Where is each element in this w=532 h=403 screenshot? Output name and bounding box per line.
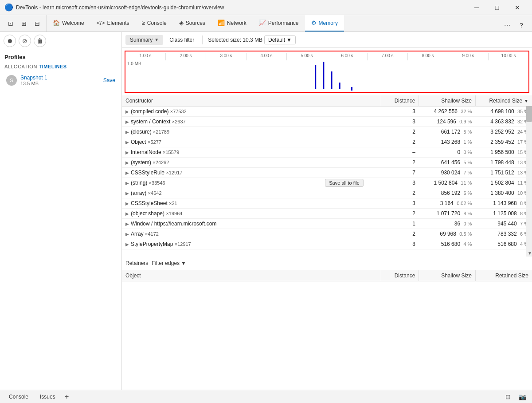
ruler-tick-10: 10.00 s [488,53,528,60]
shallow-cell: 641 456 5 % [419,158,476,168]
tab-welcome[interactable]: 🏠 Welcome [47,15,90,32]
record-button[interactable]: ⏺ [4,35,16,47]
filter-edges-button[interactable]: Filter edges ▼ [152,260,186,266]
sidebar: ⏺ ⊘ 🗑 Profiles ALLOCATION TIMELINES S Sn… [0,32,122,390]
scroll-down-icon[interactable]: ▼ [528,251,532,257]
shallow-cell: 3 164 0.02 % [419,198,476,209]
title-bar: 🔵 DevTools - learn.microsoft.com/en-us/m… [0,0,532,15]
split-pane-icon[interactable]: ⊟ [31,17,43,30]
distance-cell: – [381,147,419,158]
svg-rect-4 [351,87,352,91]
constructor-name: (array) [131,190,146,196]
tab-performance[interactable]: 📈 Performance [253,15,305,32]
retainers-toolbar: Retainers Filter edges ▼ [122,257,532,270]
expand-arrow-icon: ▶ [125,119,129,124]
retained-cell: 1 956 500 15 % [475,147,532,158]
table-row[interactable]: ▶CSSStyleSheet ×2133 164 0.02 %1 143 968… [122,198,532,209]
rth-distance[interactable]: Distance [381,270,419,281]
table-row[interactable]: ▶(object shape) ×1996421 071 720 8 %1 12… [122,209,532,219]
svg-rect-1 [323,62,324,89]
summary-tab[interactable]: Summary ▼ [125,35,163,45]
ruler-tick-4: 4.00 s [246,53,286,60]
th-constructor[interactable]: Constructor [122,95,381,107]
distance-cell: 1 [381,219,419,229]
th-shallow-size[interactable]: Shallow Size [419,95,476,107]
distance-cell: 8 [381,239,419,249]
table-row[interactable]: ▶(string) ×33546 Save all to file31 502 … [122,178,532,188]
tab-sources[interactable]: ◈ Sources [173,15,211,32]
close-button[interactable]: ✕ [507,0,528,15]
issues-tab[interactable]: Issues [35,392,61,402]
snapshot-size: 13.5 MB [20,81,103,86]
table-row[interactable]: ▶StylePropertyMap ×129178516 680 4 %516 … [122,239,532,249]
table-row[interactable]: ▶(compiled code) ×7753234 262 556 32 %4 … [122,107,532,117]
table-row[interactable]: ▶system / Context ×26373124 596 0.9 %4 3… [122,117,532,127]
tab-console[interactable]: ≥ Console [136,15,173,32]
table-row[interactable]: ▶(closure) ×217892661 172 5 %3 252 952 2… [122,127,532,137]
more-options-button[interactable]: ⋯ [501,19,513,32]
count-label: ×19964 [166,211,182,216]
summary-label: Summary [130,37,153,43]
data-table-container: Constructor Distance Shallow Size Retain… [122,95,532,257]
svg-rect-2 [331,71,332,89]
help-button[interactable]: ? [515,19,528,32]
device-emulation-icon[interactable]: ⊞ [18,17,30,30]
table-row[interactable]: ▶Window / https://learn.microsoft.com136… [122,219,532,229]
shallow-pct: 5 % [463,129,472,134]
shallow-pct: 11 % [461,180,472,186]
constructor-name: Array [131,231,144,237]
detach-button[interactable]: ⊡ [502,391,514,403]
clear-button[interactable]: 🗑 [34,35,46,47]
tab-memory[interactable]: ⚙ Memory [305,15,344,32]
tab-network[interactable]: 📶 Network [211,15,253,32]
timeline-chart [125,60,528,92]
screenshot-button[interactable]: 📷 [516,391,528,403]
shallow-pct: 0.5 % [459,231,472,237]
inspect-icon[interactable]: ⊡ [4,17,17,30]
constructor-name: CSSStyleSheet [131,200,168,206]
expand-arrow-icon: ▶ [125,211,129,216]
ruler-tick-2: 2.00 s [165,53,206,60]
shallow-pct: 1 % [463,139,472,145]
shallow-cell: 516 680 4 % [419,239,476,249]
rth-shallow[interactable]: Shallow Size [419,270,476,281]
snapshot-item[interactable]: S Snapshot 1 13.5 MB Save [2,72,120,89]
add-panel-button[interactable]: + [62,391,72,402]
shallow-pct: 5 % [463,160,472,165]
rth-object[interactable]: Object [122,270,381,281]
minimize-button[interactable]: ─ [466,0,487,15]
stop-button[interactable]: ⊘ [19,35,31,47]
th-retained-size[interactable]: Retained Size▼ [475,95,532,107]
constructor-name: Window / https://learn.microsoft.com [131,221,216,227]
th-distance[interactable]: Distance [381,95,419,107]
table-row[interactable]: ▶CSSStyleRule ×129177930 024 7 %1 751 51… [122,168,532,178]
default-dropdown[interactable]: Default ▼ [264,36,296,44]
table-row[interactable]: ▶(system) ×242622641 456 5 %1 798 448 13… [122,158,532,168]
console-tab[interactable]: Console [4,392,34,402]
save-all-tooltip[interactable]: Save all to file [325,179,363,187]
table-row[interactable]: ▶InternalNode ×15579–0 0 %1 956 500 15 % [122,147,532,158]
scrollbar-track[interactable]: ▲ ▼ [526,95,532,257]
retained-cell: 1 798 448 13 % [475,158,532,168]
table-row[interactable]: ▶(array) ×46422856 192 6 %1 380 400 10 % [122,188,532,198]
shallow-cell: 69 968 0.5 % [419,229,476,239]
maximize-button[interactable]: □ [487,0,507,15]
tab-elements-label: Elements [107,20,129,26]
sub-toolbar-divider [202,36,203,44]
timeline-container[interactable]: 1.00 s 2.00 s 3.00 s 4.00 s 5.00 s 6.00 … [125,51,529,93]
count-label: ×4172 [145,231,159,237]
main-tabs: 🏠 Welcome </> Elements ≥ Console ◈ Sourc… [47,15,498,32]
shallow-pct: 32 % [461,109,472,114]
snapshot-save-link[interactable]: Save [103,77,115,83]
snapshot-info: Snapshot 1 13.5 MB [20,75,103,86]
ruler-tick-7: 7.00 s [367,53,407,60]
table-row[interactable]: ▶Object ×52772143 268 1 %2 359 452 17 % [122,137,532,147]
sources-icon: ◈ [179,20,184,26]
class-filter-tab[interactable]: Class filter [165,35,199,45]
welcome-icon: 🏠 [53,20,60,26]
tab-elements[interactable]: </> Elements [90,15,136,32]
rth-retained[interactable]: Retained Size [475,270,532,281]
table-header-row: Constructor Distance Shallow Size Retain… [122,95,532,107]
table-row[interactable]: ▶Array ×4172269 968 0.5 %783 332 6 % [122,229,532,239]
shallow-cell: 661 172 5 % [419,127,476,137]
